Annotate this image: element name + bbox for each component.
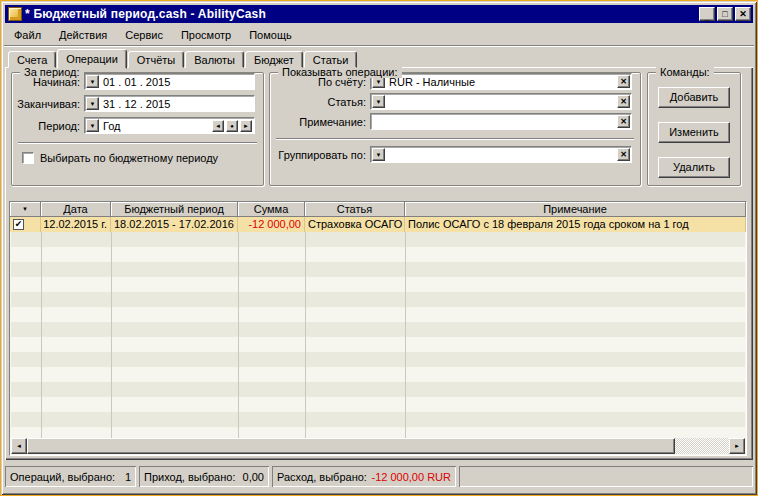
close-icon: ✕ (620, 98, 627, 106)
period-value: Год (100, 120, 212, 132)
delete-button[interactable]: Удалить (658, 157, 730, 178)
tab-reports[interactable]: Отчёты (128, 51, 184, 68)
status-expense: Расход, выбрано: -12 000,00 RUR (272, 466, 456, 487)
tab-categories[interactable]: Статьи (304, 51, 358, 68)
budget-period-column-header[interactable]: Бюджетный период (111, 202, 238, 217)
category-filter-label: Статья: (274, 96, 370, 108)
dropdown-icon: ▼ (376, 152, 382, 158)
status-value: 1 (125, 471, 131, 483)
clear-group-by-button[interactable]: ✕ (617, 148, 630, 161)
row-amount: -12 000,00 (238, 217, 305, 232)
column-divider (111, 232, 112, 438)
arrow-right-icon: ► (243, 123, 249, 129)
check-icon: ✔ (15, 220, 23, 229)
column-divider (238, 232, 239, 438)
arrow-left-icon: ◄ (215, 123, 221, 129)
horizontal-scrollbar[interactable]: ◄ ► (11, 438, 745, 454)
minimize-button[interactable]: _ (699, 7, 715, 21)
close-icon: ✕ (739, 10, 747, 19)
column-divider (41, 232, 42, 438)
close-icon: ✕ (620, 118, 627, 126)
period-field[interactable]: ▼ Год ◄ ● ► (84, 117, 255, 134)
menu-service[interactable]: Сервис (116, 27, 172, 43)
scroll-left-button[interactable]: ◄ (11, 438, 27, 454)
status-empty-panel (459, 466, 753, 487)
chevron-down-icon[interactable]: ▼ (372, 148, 385, 161)
tab-accounts[interactable]: Счета (8, 51, 56, 68)
group-separator (276, 138, 634, 140)
column-divider (405, 232, 406, 438)
budget-period-checkbox-label: Выбирать по бюджетному периоду (40, 152, 218, 164)
category-column-header[interactable]: Статья (305, 202, 405, 217)
scrollbar-thumb[interactable] (27, 438, 675, 454)
chevron-down-icon[interactable]: ▼ (86, 97, 99, 110)
tab-strip: Счета Операции Отчёты Валюты Бюджет Стат… (8, 48, 358, 68)
date-column-header[interactable]: Дата (41, 202, 111, 217)
row-note: Полис ОСАГО с 18 февраля 2015 года сроко… (405, 217, 746, 232)
operations-table: ▼ Дата Бюджетный период Сумма Статья При… (9, 201, 747, 456)
budget-period-checkbox[interactable] (22, 152, 34, 164)
row-date: 12.02.2015 г. (41, 217, 111, 232)
group-separator (18, 142, 257, 144)
column-divider (305, 232, 306, 438)
current-period-button[interactable]: ● (226, 120, 238, 132)
group-by-label: Группировать по: (274, 149, 370, 161)
close-button[interactable]: ✕ (735, 7, 751, 21)
group-by-field[interactable]: ▼ ✕ (370, 146, 632, 163)
app-window: * Бюджетный период.cash - AbilityCash _ … (1, 1, 757, 495)
filter-dropdown-icon: ▼ (22, 206, 28, 212)
account-filter-field[interactable]: ▼ RUR - Наличные ✕ (370, 73, 632, 90)
row-checkbox[interactable]: ✔ (13, 219, 24, 230)
menu-help[interactable]: Помощь (240, 27, 301, 43)
prev-period-button[interactable]: ◄ (212, 120, 224, 132)
chevron-down-icon[interactable]: ▼ (86, 75, 99, 88)
close-icon: ✕ (620, 151, 627, 159)
end-date-label: Заканчивая: (16, 98, 84, 110)
status-operations-count: Операций, выбрано: 1 (5, 466, 136, 487)
edit-button[interactable]: Изменить (658, 122, 730, 143)
tab-operations[interactable]: Операции (57, 49, 126, 69)
end-date-value: 31 . 12 . 2015 (100, 98, 254, 110)
arrow-right-icon: ► (734, 443, 740, 449)
menu-view[interactable]: Просмотр (172, 27, 240, 43)
note-column-header[interactable]: Примечание (405, 202, 746, 217)
tab-currencies[interactable]: Валюты (185, 51, 244, 68)
account-filter-value: RUR - Наличные (386, 76, 617, 88)
window-title: * Бюджетный период.cash - AbilityCash (25, 7, 699, 21)
dropdown-icon: ▼ (376, 99, 382, 105)
scroll-right-button[interactable]: ► (729, 438, 745, 454)
start-date-field[interactable]: ▼ 01 . 01 . 2015 (84, 73, 255, 90)
row-budget-period: 18.02.2015 - 17.02.2016 (111, 217, 238, 232)
menu-file[interactable]: Файл (5, 27, 50, 43)
clear-category-filter-button[interactable]: ✕ (617, 95, 630, 108)
operations-tab-page: За период: Начиная: ▼ 01 . 01 . 2015 Зак… (5, 67, 753, 460)
chevron-down-icon[interactable]: ▼ (86, 119, 99, 132)
category-filter-field[interactable]: ▼ ✕ (370, 93, 632, 110)
dropdown-icon: ▼ (376, 79, 382, 85)
clear-account-filter-button[interactable]: ✕ (617, 75, 630, 88)
maximize-button[interactable]: □ (717, 7, 733, 21)
status-value: -12 000,00 RUR (372, 471, 452, 483)
select-column-header[interactable]: ▼ (10, 202, 41, 217)
next-period-button[interactable]: ► (240, 120, 252, 132)
dropdown-icon: ▼ (90, 123, 96, 129)
period-groupbox: За период: Начиная: ▼ 01 . 01 . 2015 Зак… (11, 72, 264, 186)
end-date-field[interactable]: ▼ 31 . 12 . 2015 (84, 95, 255, 112)
start-date-value: 01 . 01 . 2015 (100, 76, 254, 88)
tab-budget[interactable]: Бюджет (245, 51, 303, 68)
status-label: Операций, выбрано: (10, 471, 115, 483)
title-bar[interactable]: * Бюджетный период.cash - AbilityCash _ … (5, 5, 753, 23)
clear-note-filter-button[interactable]: ✕ (617, 115, 630, 128)
period-label: Период: (16, 120, 84, 132)
note-filter-label: Примечание: (274, 116, 370, 128)
menu-actions[interactable]: Действия (50, 27, 116, 43)
dropdown-icon: ▼ (90, 79, 96, 85)
chevron-down-icon[interactable]: ▼ (372, 95, 385, 108)
table-row[interactable]: ✔ 12.02.2015 г. 18.02.2015 - 17.02.2016 … (10, 217, 746, 232)
minimize-icon: _ (704, 13, 709, 22)
note-filter-field[interactable]: ✕ (370, 113, 632, 130)
amount-column-header[interactable]: Сумма (238, 202, 305, 217)
show-operations-groupbox: Показывать операции: По счёту: ▼ RUR - Н… (269, 72, 641, 186)
status-label: Расход, выбрано: (277, 471, 367, 483)
add-button[interactable]: Добавить (658, 87, 730, 108)
